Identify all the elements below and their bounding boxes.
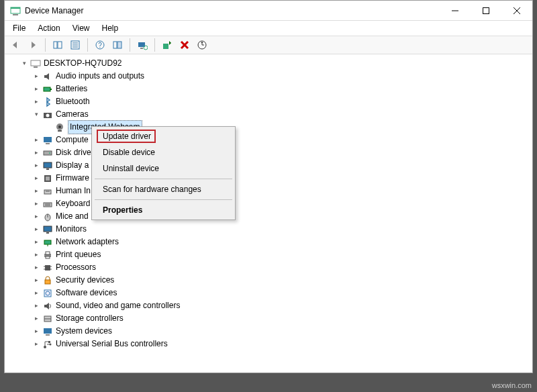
watermark: wsxwin.com [492, 381, 532, 389]
device-category-icon [42, 224, 53, 235]
menu-help[interactable]: Help [97, 22, 124, 34]
context-menu-item[interactable]: Scan for hardware changes [93, 181, 234, 197]
tree-item[interactable]: ▸Security devices [32, 274, 530, 287]
tree-item[interactable]: ▸Bluetooth [32, 95, 530, 108]
chevron-right-icon[interactable]: ▸ [32, 72, 41, 81]
back-button[interactable] [7, 37, 23, 53]
chevron-right-icon[interactable]: ▸ [32, 199, 41, 209]
svg-rect-48 [44, 240, 51, 244]
tree-item-label: Firmware [56, 172, 89, 185]
chevron-right-icon[interactable]: ▸ [32, 289, 41, 298]
context-menu-item[interactable]: Uninstall device [93, 160, 234, 177]
update-driver-button[interactable] [194, 37, 210, 53]
tree-item[interactable]: ▸Network adapters [32, 236, 530, 248]
tree-item-label: Processors [56, 261, 96, 274]
tree-item[interactable]: ▸Storage controllers [32, 312, 530, 325]
context-menu-item[interactable]: Update driver [93, 128, 234, 144]
svg-rect-41 [44, 203, 52, 207]
tree-item-label: Network adapters [56, 236, 119, 248]
chevron-right-icon[interactable]: ▸ [32, 327, 41, 336]
tree-item-label: Display a [56, 159, 89, 172]
tree-item[interactable]: ▸Processors [32, 261, 530, 274]
svg-rect-25 [50, 89, 52, 90]
tree-content[interactable]: ▾ DESKTOP-HQ7UD92 ▸Audio inputs and outp… [5, 54, 532, 373]
maximize-button[interactable] [471, 1, 501, 21]
chevron-right-icon[interactable]: ▸ [32, 85, 41, 94]
chevron-right-icon[interactable]: ▸ [32, 161, 41, 170]
device-category-icon [42, 160, 53, 171]
device-category-icon [42, 313, 53, 324]
menu-action[interactable]: Action [32, 22, 65, 34]
device-category-icon [42, 148, 53, 158]
tree-item[interactable]: ▸Audio inputs and outputs [32, 70, 530, 83]
window-title: Device Manager [25, 6, 83, 15]
tree-item-label: Cameras [56, 108, 89, 121]
tree-item[interactable]: ▸System devices [32, 325, 530, 338]
chevron-down-icon[interactable]: ▾ [32, 110, 41, 119]
chevron-right-icon[interactable]: ▸ [32, 174, 41, 183]
chevron-right-icon[interactable]: ▸ [32, 276, 41, 285]
device-category-icon [42, 288, 53, 299]
svg-rect-46 [44, 226, 52, 232]
svg-rect-22 [31, 60, 40, 66]
tree-item[interactable]: ▸Print queues [32, 248, 530, 261]
device-category-icon [42, 109, 53, 120]
minimize-button[interactable] [440, 1, 471, 21]
tree-item-label: Print queues [56, 248, 101, 261]
tree-item-label: Security devices [56, 274, 114, 287]
svg-rect-18 [140, 48, 143, 49]
svg-rect-16 [117, 42, 121, 48]
tree-item-label: Universal Serial Bus controllers [56, 338, 168, 350]
menu-file[interactable]: File [7, 22, 31, 34]
svg-rect-67 [48, 341, 50, 343]
show-hide-console-button[interactable] [50, 37, 66, 53]
tree-item[interactable]: ▸Universal Serial Bus controllers [32, 338, 530, 350]
chevron-right-icon[interactable]: ▸ [32, 225, 41, 234]
menu-view[interactable]: View [67, 22, 95, 34]
chevron-right-icon[interactable]: ▸ [32, 340, 41, 349]
forward-button[interactable] [25, 37, 41, 53]
svg-rect-58 [45, 280, 50, 284]
chevron-right-icon[interactable]: ▸ [32, 136, 41, 145]
chevron-right-icon[interactable]: ▸ [32, 187, 41, 196]
action-button[interactable] [109, 37, 126, 53]
chevron-right-icon[interactable]: ▸ [32, 148, 41, 158]
chevron-right-icon[interactable]: ▸ [32, 250, 41, 260]
device-category-icon [42, 97, 53, 107]
svg-rect-15 [113, 42, 117, 48]
svg-text:?: ? [98, 42, 102, 49]
svg-rect-24 [44, 87, 50, 91]
chevron-down-icon[interactable]: ▾ [19, 59, 29, 68]
chevron-right-icon[interactable]: ▸ [32, 314, 41, 324]
close-button[interactable] [501, 1, 532, 21]
device-category-icon [42, 262, 53, 273]
tree-item-label: Disk drive [56, 146, 91, 159]
chevron-right-icon[interactable]: ▸ [32, 212, 41, 222]
chevron-right-icon[interactable]: ▸ [32, 97, 41, 107]
uninstall-device-button[interactable] [177, 37, 193, 53]
properties-button[interactable] [67, 37, 83, 53]
context-menu-item[interactable]: Properties [93, 202, 234, 218]
chevron-right-icon[interactable]: ▸ [32, 238, 41, 247]
tree-item[interactable]: ▸Software devices [32, 287, 530, 299]
tree-root[interactable]: ▾ DESKTOP-HQ7UD92 [19, 57, 530, 70]
device-icon [54, 122, 65, 133]
svg-rect-30 [58, 130, 62, 132]
tree-item[interactable]: ▸Monitors [32, 223, 530, 236]
chevron-right-icon[interactable]: ▸ [32, 301, 41, 311]
tree-item-label: System devices [56, 325, 112, 338]
tree-item-label: Batteries [56, 83, 87, 95]
chevron-right-icon[interactable]: ▸ [32, 263, 41, 273]
add-legacy-hardware-button[interactable] [159, 37, 175, 53]
svg-rect-51 [46, 252, 50, 254]
tree-item[interactable]: ▾Cameras [32, 108, 530, 121]
context-menu: Update driverDisable deviceUninstall dev… [91, 126, 236, 220]
scan-hardware-button[interactable] [134, 37, 150, 53]
help-button[interactable]: ? [92, 37, 108, 53]
toolbar: ? [5, 36, 532, 54]
tree-item[interactable]: ▸Sound, video and game controllers [32, 299, 530, 312]
tree-item[interactable]: ▸Batteries [32, 83, 530, 95]
device-category-icon [42, 326, 53, 337]
device-category-icon [42, 173, 53, 184]
context-menu-item[interactable]: Disable device [93, 144, 234, 160]
